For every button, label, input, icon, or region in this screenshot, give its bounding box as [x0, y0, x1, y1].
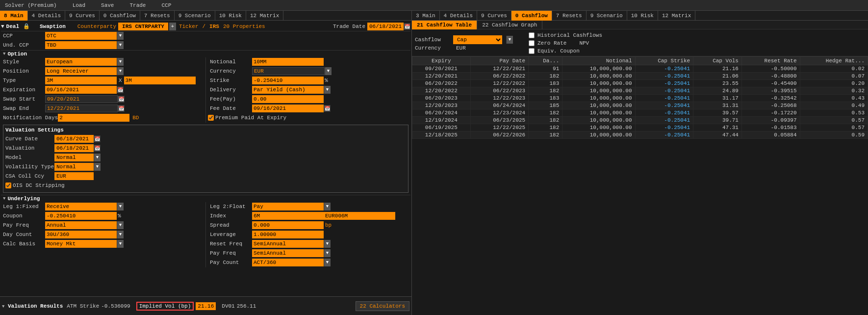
- zero-rate-checkbox[interactable]: [529, 40, 535, 46]
- zero-rate-label: Zero Rate: [537, 40, 566, 46]
- calendar-icon[interactable]: 📅: [404, 23, 410, 30]
- cashflow-select[interactable]: Cap: [453, 35, 502, 44]
- load-menu[interactable]: Load: [70, 2, 88, 8]
- tab-scenario-right[interactable]: 9 Scenario: [587, 11, 627, 21]
- reset-freq-input[interactable]: [252, 240, 324, 248]
- ois-label: OIS DC Stripping: [13, 183, 65, 188]
- leg1-input[interactable]: [45, 203, 117, 210]
- ois-checkbox[interactable]: [5, 183, 11, 188]
- pay-freq2-input[interactable]: [252, 249, 324, 257]
- pay-freq-dropdown[interactable]: ▼: [117, 221, 124, 229]
- deal-section-title: Deal: [4, 24, 21, 29]
- delivery-dropdown[interactable]: ▼: [324, 86, 331, 94]
- tab-cashflow-right[interactable]: 0 Cashflow: [511, 11, 552, 21]
- position-dropdown[interactable]: ▼: [117, 67, 124, 75]
- spread-input[interactable]: [252, 221, 324, 229]
- save-menu[interactable]: Save: [98, 2, 117, 8]
- style-dropdown[interactable]: ▼: [117, 58, 124, 66]
- notification-value[interactable]: [58, 114, 129, 122]
- option-section-header[interactable]: Option: [1, 50, 410, 57]
- cashflow-type-dropdown[interactable]: ▼: [506, 36, 513, 44]
- tab-risk-left[interactable]: 10 Risk: [215, 11, 246, 21]
- calculators-button[interactable]: 22 Calculators: [356, 301, 409, 311]
- swap-start-calendar-icon[interactable]: 📅: [118, 96, 125, 103]
- day-count-input[interactable]: [45, 231, 117, 238]
- calc-basis-input[interactable]: [45, 240, 117, 248]
- cell-da: 183: [529, 95, 562, 102]
- ois-checkbox-label[interactable]: OIS DC Stripping: [5, 183, 65, 188]
- style-input[interactable]: [45, 58, 117, 66]
- subtab-cashflow-graph[interactable]: 22 Cashflow Graph: [477, 21, 542, 29]
- premium-checkbox[interactable]: [208, 115, 214, 121]
- tab-risk-right[interactable]: 10 Risk: [627, 11, 658, 21]
- tab-details-right[interactable]: 4 Details: [440, 11, 477, 21]
- coupon-input[interactable]: [45, 212, 117, 220]
- deal-collapse[interactable]: ▼: [1, 24, 4, 29]
- type-right[interactable]: [124, 77, 196, 84]
- vol-type-dropdown[interactable]: ▼: [94, 163, 101, 171]
- curve-date-cal[interactable]: 📅: [94, 135, 101, 142]
- properties-button[interactable]: 20 Properties: [221, 24, 267, 29]
- calc-basis-dropdown[interactable]: ▼: [117, 240, 124, 248]
- leg1-dropdown[interactable]: ▼: [117, 203, 124, 210]
- type-left[interactable]: [45, 77, 117, 84]
- currency-input[interactable]: [252, 67, 325, 75]
- tab-resets-right[interactable]: 7 Resets: [552, 11, 587, 21]
- fee-date-calendar-icon[interactable]: 📅: [324, 105, 331, 112]
- day-count2-dropdown[interactable]: ▼: [324, 259, 331, 266]
- day-count-dropdown[interactable]: ▼: [117, 231, 124, 238]
- notional-input[interactable]: [252, 58, 324, 66]
- model-dropdown[interactable]: ▼: [94, 154, 101, 161]
- swap-end-input[interactable]: [45, 105, 118, 112]
- tab-scenario-left[interactable]: 9 Scenario: [175, 11, 215, 21]
- reset-freq-dropdown[interactable]: ▼: [324, 240, 331, 248]
- type-label: Type: [1, 78, 45, 83]
- und-ccp-input[interactable]: [45, 41, 117, 49]
- fee-pay-input[interactable]: [252, 95, 324, 103]
- solver-menu[interactable]: Solver (Premium): [2, 2, 60, 8]
- position-input[interactable]: [45, 67, 117, 75]
- tab-resets-left[interactable]: 7 Resets: [140, 11, 175, 21]
- tab-cashflow-left[interactable]: 0 Cashflow: [100, 11, 140, 21]
- ccp-menu[interactable]: CCP: [158, 2, 174, 8]
- ccp-dropdown[interactable]: ▼: [117, 32, 124, 40]
- delivery-input[interactable]: [252, 86, 324, 94]
- currency-dropdown[interactable]: ▼: [325, 67, 332, 75]
- tab-matrix-right[interactable]: 12 Matrix: [658, 11, 695, 21]
- tab-main-left[interactable]: 8 Main: [0, 11, 28, 21]
- trade-menu[interactable]: Trade: [127, 2, 149, 8]
- tab-main-right[interactable]: 3 Main: [412, 11, 440, 21]
- leverage-input[interactable]: [252, 231, 324, 238]
- day-count2-input[interactable]: [252, 259, 324, 266]
- subtab-cashflow-table[interactable]: 21 Cashflow Table: [412, 21, 477, 29]
- expiration-input[interactable]: [45, 86, 117, 94]
- tab-curves-right[interactable]: 9 Curves: [477, 11, 511, 21]
- plus-button[interactable]: +: [169, 23, 176, 30]
- pay-freq-input[interactable]: [45, 221, 117, 229]
- index-right[interactable]: [324, 212, 395, 220]
- tab-curves-left[interactable]: 9 Curves: [65, 11, 100, 21]
- index-left[interactable]: [252, 212, 324, 220]
- tab-details-left[interactable]: 4 Details: [28, 11, 65, 21]
- ccp-input[interactable]: [45, 32, 117, 40]
- equiv-coupon-checkbox[interactable]: [529, 48, 535, 54]
- valuation-date-value: 06/18/2021: [54, 144, 94, 152]
- leg2-dropdown[interactable]: ▼: [324, 203, 331, 210]
- strike-input[interactable]: [252, 77, 324, 84]
- historical-cashflows-checkbox[interactable]: [529, 32, 535, 38]
- expiration-calendar-icon[interactable]: 📅: [117, 86, 124, 93]
- leg2-input[interactable]: [252, 203, 324, 210]
- trade-date-value: 06/18/2021: [367, 23, 404, 30]
- und-ccp-dropdown[interactable]: ▼: [117, 41, 124, 49]
- underlying-section-header[interactable]: Underlying: [1, 195, 410, 202]
- fee-date-input[interactable]: [252, 105, 324, 112]
- cell-pay-date: 06/22/2023: [470, 87, 529, 95]
- valuation-date-cal[interactable]: 📅: [94, 145, 101, 152]
- premium-checkbox-label[interactable]: Premium Paid At Expiry: [208, 115, 286, 121]
- pay-freq2-dropdown[interactable]: ▼: [324, 249, 331, 257]
- swap-end-calendar-icon[interactable]: 📅: [118, 105, 125, 112]
- col-hedge-rate: Hedge Rat...: [800, 57, 868, 65]
- cell-reset-rate: -0.48800: [741, 73, 800, 80]
- swap-start-input[interactable]: [45, 95, 118, 103]
- tab-matrix-left[interactable]: 12 Matrix: [246, 11, 283, 21]
